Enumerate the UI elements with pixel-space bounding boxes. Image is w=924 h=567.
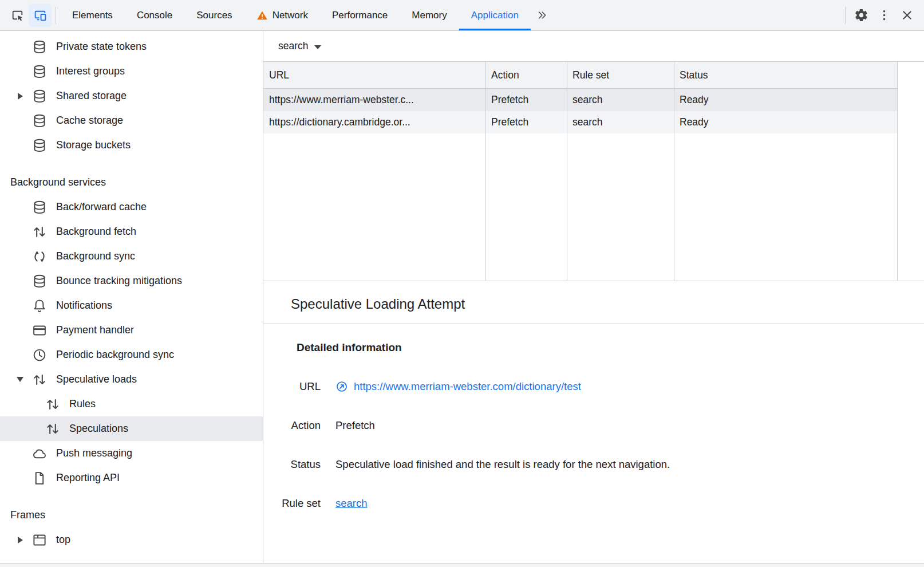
tab-memory[interactable]: Memory (400, 0, 459, 30)
column-header-action[interactable]: Action (485, 69, 567, 81)
sidebar-item-reporting-api[interactable]: Reporting API (0, 466, 263, 490)
tab-console[interactable]: Console (125, 0, 184, 30)
detail-row-action: Action Prefetch (263, 419, 924, 432)
sidebar-item-push-messaging[interactable]: Push messaging (0, 441, 263, 466)
close-icon[interactable] (895, 4, 918, 27)
filter-bar: search (263, 31, 924, 61)
inspect-icon[interactable] (6, 4, 29, 27)
detail-row-status: Status Speculative load finished and the… (263, 458, 924, 471)
cell-url: https://www.merriam-webster.c... (263, 94, 485, 106)
sidebar-item-background-fetch[interactable]: Background fetch (0, 219, 263, 244)
three-dot-menu-icon[interactable] (872, 4, 895, 27)
url-label: URL (263, 380, 321, 393)
tab-performance[interactable]: Performance (320, 0, 400, 30)
status-value: Speculative load finished and the result… (335, 458, 670, 471)
sidebar-item-bounce-tracking-mitigations[interactable]: Bounce tracking mitigations (0, 269, 263, 293)
device-toolbar-icon[interactable] (29, 4, 52, 27)
status-label: Status (263, 458, 321, 471)
tab-label: Performance (332, 10, 388, 21)
bell-icon (32, 298, 47, 313)
payment-card-icon (32, 323, 47, 338)
tab-elements[interactable]: Elements (60, 0, 125, 30)
filter-label: search (278, 40, 309, 52)
tab-label: Console (137, 10, 172, 21)
tab-application[interactable]: Application (459, 0, 531, 30)
sidebar-item-label: Back/forward cache (56, 201, 147, 213)
panel-body: Private state tokensInterest groupsShare… (0, 31, 924, 567)
chevron-double-right-icon[interactable] (531, 4, 554, 27)
prefetch-url-icon (335, 380, 348, 393)
sidebar-item-speculative-loads[interactable]: Speculative loads (0, 367, 263, 392)
detail-section-title: Detailed information (297, 341, 924, 354)
detail-pane: Detailed information URL https://www.mer… (263, 324, 924, 567)
sidebar-item-top[interactable]: top (0, 527, 263, 552)
column-header-url[interactable]: URL (263, 69, 485, 81)
sidebar-item-back-forward-cache[interactable]: Back/forward cache (0, 195, 263, 219)
sidebar-item-label: Notifications (56, 300, 112, 312)
chevron-right-icon[interactable] (8, 93, 32, 100)
sidebar-item-speculations[interactable]: Speculations (0, 416, 263, 441)
table-row[interactable]: https://dictionary.cambridge.or...Prefet… (263, 111, 897, 133)
grid-rows: https://www.merriam-webster.c...Prefetch… (263, 89, 897, 133)
gear-icon[interactable] (850, 4, 872, 27)
column-divider (485, 62, 486, 281)
tab-network[interactable]: Network (244, 0, 320, 30)
sidebar-item-label: Push messaging (56, 447, 132, 459)
tab-label: Elements (72, 10, 113, 21)
column-divider (567, 62, 567, 281)
ruleset-link[interactable]: search (335, 497, 368, 510)
sidebar-item-label: Payment handler (56, 324, 134, 336)
attempt-header: Speculative Loading Attempt (263, 281, 924, 324)
sidebar-item-cache-storage[interactable]: Cache storage (0, 108, 263, 133)
cell-action: Prefetch (485, 116, 567, 128)
tab-label: Network (273, 10, 308, 21)
sidebar-item-label: Bounce tracking mitigations (56, 275, 182, 287)
column-header-rule-set[interactable]: Rule set (567, 69, 674, 81)
sidebar-item-background-sync[interactable]: Background sync (0, 244, 263, 269)
cell-url: https://dictionary.cambridge.or... (263, 116, 485, 128)
sidebar-item-label: Storage buckets (56, 139, 131, 151)
database-icon (32, 40, 47, 54)
sidebar-item-private-state-tokens[interactable]: Private state tokens (0, 34, 263, 59)
database-icon (32, 138, 47, 153)
column-header-status[interactable]: Status (674, 69, 897, 81)
detail-row-ruleset: Rule set search (263, 497, 924, 510)
detail-url-link[interactable]: https://www.merriam-webster.com/dictiona… (354, 380, 581, 393)
sidebar-item-label: Cache storage (56, 115, 123, 127)
sidebar-item-label: Reporting API (56, 472, 120, 484)
disclosure-triangle (18, 537, 23, 544)
speculations-grid: URLActionRule setStatus https://www.merr… (263, 61, 924, 281)
tab-label: Memory (412, 10, 447, 21)
database-icon (32, 274, 47, 289)
disclosure-triangle (18, 93, 23, 100)
document-icon (32, 471, 47, 486)
sidebar-item-label: Rules (69, 398, 96, 410)
cell-rule-set: search (567, 116, 674, 128)
sidebar-item-label: Shared storage (56, 90, 127, 102)
main-toolbar: ElementsConsoleSourcesNetworkPerformance… (0, 0, 924, 31)
sidebar-item-payment-handler[interactable]: Payment handler (0, 318, 263, 342)
sidebar-item-rules[interactable]: Rules (0, 392, 263, 416)
tab-label: Sources (196, 10, 232, 21)
chevron-right-icon[interactable] (8, 537, 32, 544)
sidebar-item-storage-buckets[interactable]: Storage buckets (0, 133, 263, 158)
cell-rule-set: search (567, 94, 674, 106)
sidebar-item-label: Interest groups (56, 65, 125, 77)
bottom-strip (0, 563, 924, 567)
sidebar-item-shared-storage[interactable]: Shared storage (0, 84, 263, 108)
section-header-frames: Frames (0, 503, 263, 527)
tab-sources[interactable]: Sources (184, 0, 244, 30)
chevron-down-icon[interactable] (8, 377, 32, 382)
sidebar-item-periodic-background-sync[interactable]: Periodic background sync (0, 342, 263, 367)
column-divider (674, 62, 674, 281)
sidebar-item-interest-groups[interactable]: Interest groups (0, 59, 263, 84)
sidebar-item-notifications[interactable]: Notifications (0, 293, 263, 318)
sidebar-item-label: Background sync (56, 250, 135, 262)
toolbar-divider-right (845, 7, 846, 24)
speculations-panel: search URLActionRule setStatus https://w… (263, 31, 924, 567)
frame-icon (32, 533, 47, 548)
updown-arrows-icon (45, 422, 60, 436)
table-row[interactable]: https://www.merriam-webster.c...Prefetch… (263, 89, 897, 111)
ruleset-filter-dropdown[interactable]: search (278, 40, 321, 52)
updown-arrows-icon (32, 225, 47, 239)
